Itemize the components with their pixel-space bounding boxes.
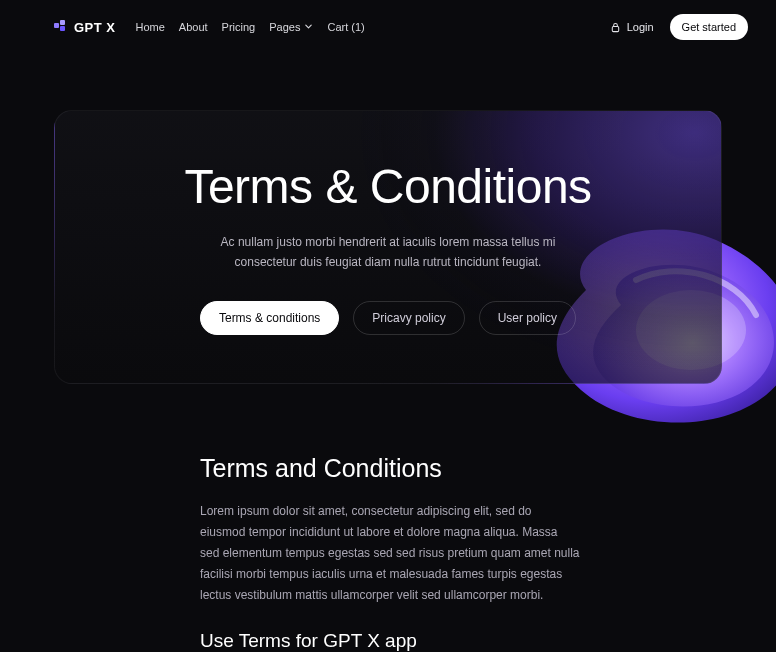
hero-tabs: Terms & conditions Pricavy policy User p… <box>127 301 649 335</box>
svg-rect-4 <box>612 26 618 31</box>
login-link[interactable]: Login <box>610 21 654 33</box>
svg-rect-1 <box>54 23 59 28</box>
hero-card: Terms & Conditions Ac nullam justo morbi… <box>54 110 722 384</box>
section-paragraph: Lorem ipsum dolor sit amet, consectetur … <box>200 501 580 606</box>
nav-link-about[interactable]: About <box>179 21 208 33</box>
tab-privacy[interactable]: Pricavy policy <box>353 301 464 335</box>
nav-links: Home About Pricing Pages Cart (1) <box>136 21 365 33</box>
section-heading: Terms and Conditions <box>200 454 580 483</box>
nav-link-pricing[interactable]: Pricing <box>222 21 256 33</box>
brand[interactable]: GPT X <box>54 20 116 35</box>
nav-link-pages-label: Pages <box>269 21 300 33</box>
page-title: Terms & Conditions <box>127 159 649 214</box>
get-started-button[interactable]: Get started <box>670 14 748 40</box>
brand-name: GPT X <box>74 20 116 35</box>
nav-link-pages[interactable]: Pages <box>269 21 313 33</box>
hero-subtitle: Ac nullam justo morbi hendrerit at iacul… <box>198 232 578 273</box>
chevron-down-icon <box>304 21 313 33</box>
tab-user-policy[interactable]: User policy <box>479 301 576 335</box>
nav-link-home[interactable]: Home <box>136 21 165 33</box>
top-nav: GPT X Home About Pricing Pages Cart (1) … <box>0 0 776 54</box>
brand-logo-icon <box>54 20 68 34</box>
svg-rect-3 <box>60 26 65 31</box>
tab-terms[interactable]: Terms & conditions <box>200 301 339 335</box>
section-subheading: Use Terms for GPT X app <box>200 630 580 652</box>
svg-rect-2 <box>60 20 65 25</box>
nav-link-cart[interactable]: Cart (1) <box>327 21 364 33</box>
login-label: Login <box>627 21 654 33</box>
content-body: Terms and Conditions Lorem ipsum dolor s… <box>0 454 776 652</box>
lock-icon <box>610 22 621 33</box>
